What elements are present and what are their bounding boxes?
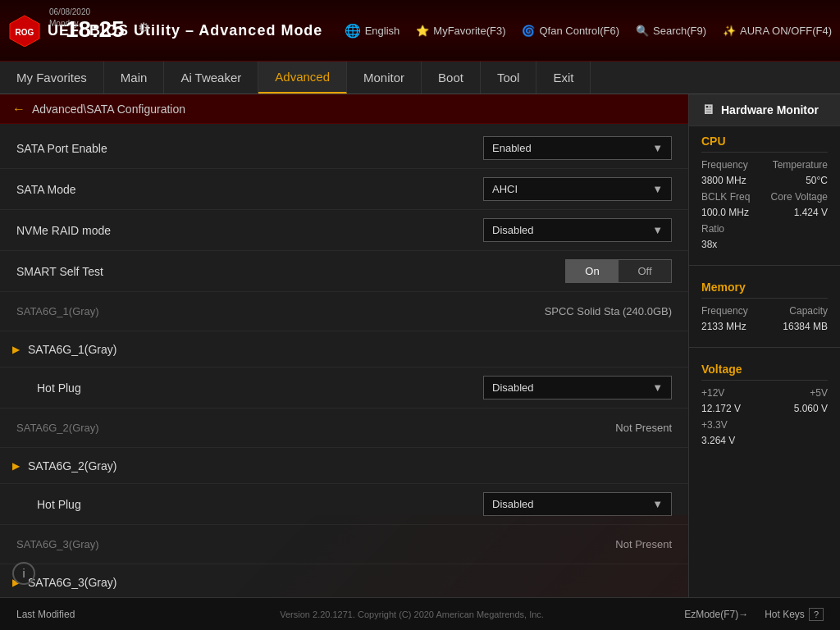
fan-icon: 🌀 <box>522 25 535 37</box>
sata-port-enable-label: SATA Port Enable <box>16 142 483 155</box>
v33-value: 3.264 V <box>701 435 735 446</box>
aura-btn[interactable]: ✨ AURA ON/OFF(F4) <box>723 25 832 37</box>
footer-version: Version 2.20.1271. Copyright (C) 2020 Am… <box>139 609 684 619</box>
last-modified-btn[interactable]: Last Modified <box>16 609 75 620</box>
sata6g3-info-label: SATA6G_3(Gray) <box>16 538 615 550</box>
sata6g3-section-header[interactable]: ▶ SATA6G_3(Gray) <box>0 564 688 597</box>
cpu-temp-label: Temperature <box>773 159 828 171</box>
hot-keys-icon: ? <box>809 608 824 621</box>
core-v-label: Core Voltage <box>771 191 828 203</box>
footer: Last Modified Version 2.20.1271. Copyrig… <box>0 597 840 630</box>
hot-keys-btn[interactable]: Hot Keys ? <box>765 608 824 621</box>
v12-row: +12V +5V <box>701 387 828 399</box>
nav-bar: My Favorites Main Ai Tweaker Advanced Mo… <box>0 62 840 94</box>
sata6g3-info-value: Not Present <box>615 538 672 550</box>
sata6g2-info-row: SATA6G_2(Gray) Not Present <box>0 409 688 448</box>
globe-icon: 🌐 <box>345 23 361 39</box>
hotplug1-row: Hot Plug Disabled ▼ <box>0 368 688 409</box>
nav-exit[interactable]: Exit <box>536 62 591 94</box>
nav-monitor[interactable]: Monitor <box>347 62 422 94</box>
nav-boot[interactable]: Boot <box>422 62 481 94</box>
sata6g1-info-row: SATA6G_1(Gray) SPCC Solid Sta (240.0GB) <box>0 292 688 331</box>
main-layout: ← Advanced\SATA Configuration SATA Port … <box>0 94 840 597</box>
cpu-freq-row: Frequency Temperature <box>701 159 828 171</box>
my-favorite-btn[interactable]: ⭐ MyFavorite(F3) <box>416 25 505 37</box>
footer-left: Last Modified <box>16 609 139 620</box>
back-arrow-icon[interactable]: ← <box>12 102 25 116</box>
nav-advanced[interactable]: Advanced <box>258 62 347 94</box>
ratio-value: 38x <box>701 239 717 250</box>
dropdown-arrow-icon: ▼ <box>652 498 663 510</box>
v5-value: 5.060 V <box>794 403 828 414</box>
hotplug2-row: Hot Plug Disabled ▼ <box>0 484 688 525</box>
monitor-icon: 🖥 <box>701 103 714 117</box>
rog-logo-icon: ROG <box>8 14 41 47</box>
voltage-section-title: Voltage <box>701 363 828 381</box>
time-display: 18:25 <box>66 16 125 43</box>
breadcrumb: ← Advanced\SATA Configuration <box>0 94 688 124</box>
hardware-monitor-sidebar: 🖥 Hardware Monitor CPU Frequency Tempera… <box>688 94 840 597</box>
hotplug1-label: Hot Plug <box>37 381 483 395</box>
sata6g1-section-header[interactable]: ▶ SATA6G_1(Gray) <box>0 331 688 368</box>
search-icon: 🔍 <box>636 25 649 37</box>
nav-main[interactable]: Main <box>104 62 165 94</box>
sata-mode-row: SATA Mode AHCI ▼ <box>0 169 688 210</box>
smart-self-test-toggle[interactable]: On Off <box>565 259 672 283</box>
footer-right: EzMode(F7)→ Hot Keys ? <box>684 608 824 621</box>
language-selector[interactable]: 🌐 English <box>345 23 400 39</box>
dropdown-arrow-icon: ▼ <box>652 183 663 195</box>
v33-label: +3.3V <box>701 419 728 431</box>
v33-val-row: 3.264 V <box>701 435 828 446</box>
nav-my-favorites[interactable]: My Favorites <box>0 62 104 94</box>
heart-icon: ⭐ <box>416 25 429 37</box>
sata6g3-info-row: SATA6G_3(Gray) Not Present <box>0 525 688 564</box>
nvme-raid-dropdown[interactable]: Disabled ▼ <box>483 218 672 242</box>
mem-labels-row: Frequency Capacity <box>701 305 828 317</box>
qfan-btn[interactable]: 🌀 Qfan Control(F6) <box>522 25 619 37</box>
sata6g1-info-label: SATA6G_1(Gray) <box>16 305 545 317</box>
toggle-on-btn[interactable]: On <box>566 260 619 282</box>
hotplug2-label: Hot Plug <box>37 498 483 511</box>
sata-mode-dropdown[interactable]: AHCI ▼ <box>483 177 672 201</box>
nvme-raid-label: NVMe RAID mode <box>16 224 483 237</box>
smart-self-test-row: SMART Self Test On Off <box>0 251 688 292</box>
cpu-divider <box>689 265 840 266</box>
breadcrumb-path: Advanced\SATA Configuration <box>32 103 185 116</box>
info-button[interactable]: i <box>12 562 35 585</box>
mem-freq-label: Frequency <box>701 305 748 317</box>
toggle-off-btn[interactable]: Off <box>619 260 671 282</box>
aura-icon: ✨ <box>723 25 736 37</box>
nav-tool[interactable]: Tool <box>481 62 537 94</box>
hotplug1-dropdown[interactable]: Disabled ▼ <box>483 376 672 399</box>
nav-ai-tweaker[interactable]: Ai Tweaker <box>164 62 258 94</box>
sata6g2-info-value: Not Present <box>615 422 672 434</box>
v5-label: +5V <box>810 387 828 399</box>
v12-value: 12.172 V <box>701 403 741 414</box>
ez-mode-btn[interactable]: EzMode(F7)→ <box>684 609 748 620</box>
core-v-value: 1.424 V <box>794 207 828 218</box>
cpu-freq-value: 3800 MHz <box>701 175 746 186</box>
nvme-raid-row: NVMe RAID mode Disabled ▼ <box>0 210 688 251</box>
cpu-bclk-val-row: 100.0 MHz 1.424 V <box>701 207 828 218</box>
hotplug2-dropdown[interactable]: Disabled ▼ <box>483 492 672 516</box>
header-actions: 🌐 English ⭐ MyFavorite(F3) 🌀 Qfan Contro… <box>345 23 832 39</box>
smart-self-test-label: SMART Self Test <box>16 265 565 278</box>
settings-gear-icon[interactable]: ⚙ <box>138 20 149 35</box>
bclk-label: BCLK Freq <box>701 191 750 203</box>
ratio-label: Ratio <box>701 223 724 235</box>
cpu-freq-val-row: 3800 MHz 50°C <box>701 175 828 186</box>
mem-freq-value: 2133 MHz <box>701 321 746 332</box>
sata6g3-section-label: SATA6G_3(Gray) <box>28 576 116 589</box>
bclk-value: 100.0 MHz <box>701 207 749 218</box>
chevron-right-icon: ▶ <box>12 460 20 472</box>
v33-row: +3.3V <box>701 419 828 431</box>
sata6g1-section-label: SATA6G_1(Gray) <box>28 343 116 356</box>
sata-port-enable-dropdown[interactable]: Enabled ▼ <box>483 136 672 160</box>
sata6g2-section-header[interactable]: ▶ SATA6G_2(Gray) <box>0 448 688 484</box>
memory-section-title: Memory <box>701 281 828 299</box>
chevron-right-icon: ▶ <box>12 344 20 355</box>
sata6g2-section-label: SATA6G_2(Gray) <box>28 459 116 472</box>
memory-section: Memory Frequency Capacity 2133 MHz 16384… <box>689 272 840 340</box>
dropdown-arrow-icon: ▼ <box>652 381 663 394</box>
search-btn[interactable]: 🔍 Search(F9) <box>636 25 706 37</box>
